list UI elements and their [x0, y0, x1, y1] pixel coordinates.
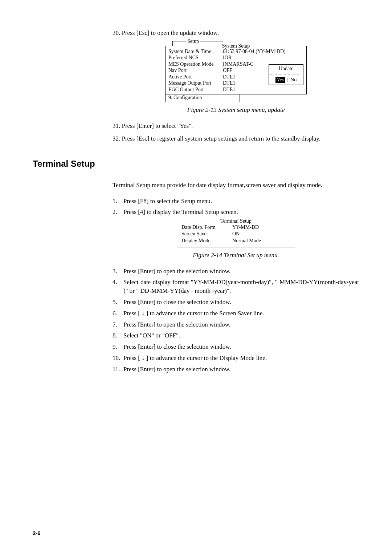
list-item: 6.Press [ ↓ ] to advance the cursor to t…	[113, 309, 359, 318]
ss-key: Active Port	[168, 74, 223, 80]
list-text: Press [4] to display the Terminal Setup …	[123, 208, 359, 216]
list-num: 8.	[113, 331, 123, 340]
update-options: Yes | No	[270, 77, 302, 83]
term-val: Normal Mode	[232, 238, 261, 244]
ss-row: System Date & Time01:53 97-08-04 (YY-MM-…	[168, 48, 303, 55]
ss-val: IOR	[223, 54, 303, 61]
list-item: 11.Press [Enter] to open the selection w…	[113, 365, 359, 374]
list-text: Press [ ↓ ] to advance the cursor to the…	[123, 309, 359, 318]
update-no-option[interactable]: No	[290, 77, 297, 83]
update-dialog: Update – – – – – – – – Yes | No	[269, 64, 303, 85]
list-num: 6.	[113, 309, 123, 318]
figure-2-13-caption: Figure 2-13 System setup menu, update	[113, 106, 359, 114]
list-text: Press [Enter] to open the selection wind…	[123, 267, 359, 276]
ss-val: 01:53 97-08-04 (YY-MM-DD)	[223, 48, 303, 55]
steps-list-b: 3.Press [Enter] to open the selection wi…	[113, 267, 359, 374]
system-setup-box: System Setup System Date & Time01:53 97-…	[165, 46, 307, 95]
configuration-line: 9. Configuration	[165, 94, 240, 102]
step-31: 31. Press [Enter] to select "Yes".	[113, 122, 359, 130]
list-item: 7.Press [Enter] to open the selection wi…	[113, 320, 359, 329]
list-num: 10.	[113, 354, 123, 362]
update-divider: – – – – – – – –	[270, 72, 302, 75]
list-item: 2.Press [4] to display the Terminal Setu…	[113, 208, 359, 216]
list-text: Press [F8] to select the Setup menu.	[123, 197, 359, 206]
list-item: 8.Select "ON" or "OFF".	[113, 331, 359, 340]
list-text: Press [Enter] to open the selection wind…	[123, 320, 359, 329]
term-val: YY-MM-DD	[232, 224, 259, 231]
list-item: 4.Select date display format "YY-MM-DD(y…	[113, 278, 359, 295]
list-num: 4.	[113, 278, 123, 295]
section-heading-terminal-setup: Terminal Setup	[33, 158, 359, 170]
terminal-setup-title: Terminal Setup	[218, 218, 254, 224]
intro-paragraph: Terminal Setup menu provide for date dis…	[113, 181, 359, 190]
figure-2-14-caption: Figure 2-14 Terminal Set up menu.	[113, 251, 359, 260]
ss-key: MES Operation Mode	[168, 61, 223, 68]
terminal-setup-figure: Terminal Setup Date Disp. FormYY-MM-DD S…	[177, 221, 295, 247]
setup-outer-box: Setup	[172, 41, 223, 46]
ss-key: Message Output Port	[168, 80, 223, 86]
term-row: Date Disp. FormYY-MM-DD	[181, 224, 290, 231]
term-row: Screen SaverON	[181, 231, 290, 237]
ss-val: DTE1	[223, 86, 303, 93]
term-row: Display ModeNormal Mode	[181, 238, 290, 244]
step-32: 32. Press [Esc] to register all system s…	[113, 134, 359, 143]
list-item: 10.Press [ ↓ ] to advance the cursor to …	[113, 354, 359, 362]
step-30: 30. Press [Esc] to open the update windo…	[113, 29, 359, 37]
term-key: Date Disp. Form	[181, 224, 232, 231]
system-setup-title: System Setup	[220, 43, 252, 49]
list-num: 2.	[113, 208, 123, 216]
list-item: 5.Press [Enter] to close the selection w…	[113, 298, 359, 307]
term-key: Screen Saver	[181, 231, 232, 237]
ss-key: EGC Output Port	[168, 86, 223, 93]
term-key: Display Mode	[181, 238, 232, 244]
term-val: ON	[232, 231, 240, 237]
list-text: Press [Enter] to close the selection win…	[123, 343, 359, 351]
ss-key: Nav Port	[168, 67, 223, 74]
list-num: 7.	[113, 320, 123, 329]
list-item: 9.Press [Enter] to close the selection w…	[113, 343, 359, 351]
setup-label: Setup	[186, 38, 200, 45]
update-separator-icon: |	[287, 77, 288, 83]
list-item: 1.Press [F8] to select the Setup menu.	[113, 197, 359, 206]
system-setup-figure: Setup System Setup System Date & Time01:…	[165, 41, 307, 102]
list-num: 9.	[113, 343, 123, 351]
list-text: Select date display format "YY-MM-DD(yea…	[123, 278, 359, 295]
ss-key: Preferred NCS	[168, 54, 223, 61]
list-num: 3.	[113, 267, 123, 276]
ss-key: System Date & Time	[168, 48, 223, 55]
list-text: Select "ON" or "OFF".	[123, 331, 359, 340]
list-num: 5.	[113, 298, 123, 307]
list-text: Press [Enter] to close the selection win…	[123, 298, 359, 307]
ss-row: Preferred NCSIOR	[168, 54, 303, 61]
ss-row: EGC Output PortDTE1	[168, 86, 303, 93]
steps-list-a: 1.Press [F8] to select the Setup menu. 2…	[113, 197, 359, 217]
update-yes-option[interactable]: Yes	[275, 77, 285, 83]
list-num: 1.	[113, 197, 123, 206]
list-text: Press [Enter] to open the selection wind…	[123, 365, 359, 374]
page-number: 2-6	[33, 529, 41, 537]
update-title: Update	[270, 65, 302, 72]
list-text: Press [ ↓ ] to advance the cursor to the…	[123, 354, 359, 362]
list-item: 3.Press [Enter] to open the selection wi…	[113, 267, 359, 276]
list-num: 11.	[113, 365, 123, 374]
